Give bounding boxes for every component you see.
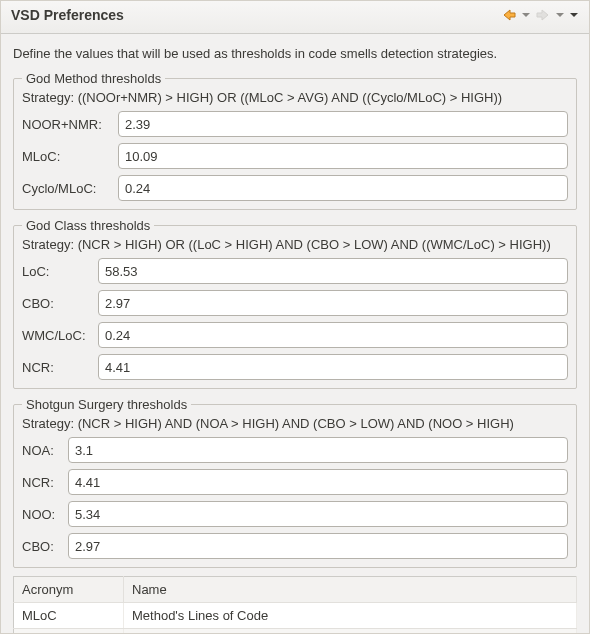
ncr-row: NCR: <box>22 354 568 380</box>
god-method-strategy: Strategy: ((NOOr+NMR) > HIGH) OR ((MLoC … <box>22 90 568 105</box>
mloc-row: MLoC: <box>22 143 568 169</box>
cbo2-row: CBO: <box>22 533 568 559</box>
wmcloc-row: WMC/LoC: <box>22 322 568 348</box>
content-area: Define the values that will be used as t… <box>1 34 589 634</box>
ncr2-label: NCR: <box>22 475 62 490</box>
view-menu-icon[interactable] <box>569 10 579 20</box>
table-header-row: Acronym Name <box>14 577 577 603</box>
noornmr-input[interactable] <box>118 111 568 137</box>
noo-input[interactable] <box>68 501 568 527</box>
table-row[interactable]: MLoC Method's Lines of Code <box>14 603 577 629</box>
nav-back-icon[interactable] <box>501 8 517 22</box>
god-class-group: God Class thresholds Strategy: (NCR > HI… <box>13 218 577 389</box>
shotgun-legend: Shotgun Surgery thresholds <box>22 397 191 412</box>
cbo2-label: CBO: <box>22 539 62 554</box>
th-acronym[interactable]: Acronym <box>14 577 124 603</box>
god-class-legend: God Class thresholds <box>22 218 154 233</box>
mloc-label: MLoC: <box>22 149 112 164</box>
acronym-table: Acronym Name MLoC Method's Lines of Code… <box>13 576 577 634</box>
nav-back-menu-icon[interactable] <box>521 10 531 20</box>
cbo-input[interactable] <box>98 290 568 316</box>
god-method-legend: God Method thresholds <box>22 71 165 86</box>
header-bar: VSD Preferences <box>1 1 589 34</box>
ncr-input[interactable] <box>98 354 568 380</box>
noa-label: NOA: <box>22 443 62 458</box>
mloc-input[interactable] <box>118 143 568 169</box>
th-name[interactable]: Name <box>124 577 577 603</box>
cell-acronym: MLoC <box>14 603 124 629</box>
god-class-strategy: Strategy: (NCR > HIGH) OR ((LoC > HIGH) … <box>22 237 568 252</box>
loc-input[interactable] <box>98 258 568 284</box>
ncr2-row: NCR: <box>22 469 568 495</box>
noa-input[interactable] <box>68 437 568 463</box>
cell-acronym: Cyclo <box>14 629 124 635</box>
shotgun-group: Shotgun Surgery thresholds Strategy: (NC… <box>13 397 577 568</box>
ncr2-input[interactable] <box>68 469 568 495</box>
noo-label: NOO: <box>22 507 62 522</box>
intro-text: Define the values that will be used as t… <box>13 46 577 61</box>
nav-toolbar <box>501 8 579 22</box>
cyclomoc-row: Cyclo/MLoC: <box>22 175 568 201</box>
god-method-group: God Method thresholds Strategy: ((NOOr+N… <box>13 71 577 210</box>
cyclomoc-input[interactable] <box>118 175 568 201</box>
shotgun-strategy: Strategy: (NCR > HIGH) AND (NOA > HIGH) … <box>22 416 568 431</box>
noornmr-row: NOOR+NMR: <box>22 111 568 137</box>
table-row[interactable]: Cyclo Cyclomatic Complexity <box>14 629 577 635</box>
cell-name: Method's Lines of Code <box>124 603 577 629</box>
page-title: VSD Preferences <box>11 7 124 23</box>
cyclomoc-label: Cyclo/MLoC: <box>22 181 112 196</box>
wmcloc-input[interactable] <box>98 322 568 348</box>
nav-forward-icon <box>535 8 551 22</box>
nav-forward-menu-icon[interactable] <box>555 10 565 20</box>
loc-label: LoC: <box>22 264 92 279</box>
cbo-label: CBO: <box>22 296 92 311</box>
cbo-row: CBO: <box>22 290 568 316</box>
cbo2-input[interactable] <box>68 533 568 559</box>
noornmr-label: NOOR+NMR: <box>22 117 112 132</box>
noa-row: NOA: <box>22 437 568 463</box>
loc-row: LoC: <box>22 258 568 284</box>
cell-name: Cyclomatic Complexity <box>124 629 577 635</box>
ncr-label: NCR: <box>22 360 92 375</box>
wmcloc-label: WMC/LoC: <box>22 328 92 343</box>
noo-row: NOO: <box>22 501 568 527</box>
